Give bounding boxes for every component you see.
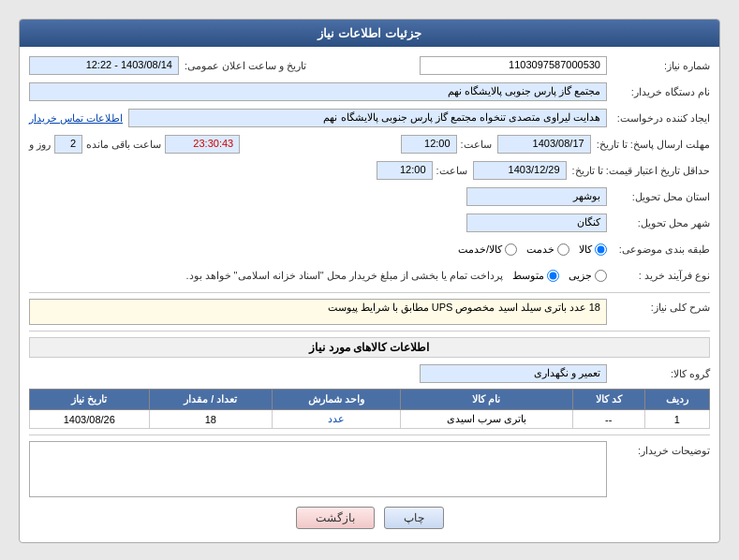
row-goruhe-kala: گروه کالا: تعمیر و نگهداری xyxy=(29,362,710,385)
ostan-value: بوشهر xyxy=(466,187,607,206)
row-mohlat-ersal: مهلت ارسال پاسخ: تا تاریخ: 1403/08/17 سا… xyxy=(29,133,710,155)
cell-nam-kala: باتری سرب اسیدی xyxy=(400,410,572,429)
col-nam-kala: نام کالا xyxy=(400,390,572,410)
no-farayand-radio-group: جزیی متوسط xyxy=(512,270,607,282)
sharh-koli-value: 18 عدد باتری سیلد اسید مخصوص UPS مطابق ب… xyxy=(29,299,607,325)
tabaghe-radio-khedmat[interactable]: خدمت xyxy=(526,243,569,256)
divider-2 xyxy=(29,331,710,332)
ostan-label: استان محل تحویل: xyxy=(607,191,710,203)
tabaghe-radio-group: کالا خدمت کالا/خدمت xyxy=(458,243,607,256)
back-button[interactable]: بازگشت xyxy=(296,507,375,529)
mohlat-baqi: 23:30:43 xyxy=(165,135,240,154)
goruhe-kala-label: گروه کالا: xyxy=(607,368,710,380)
row-shahr: شهر محل تحویل: کنگان xyxy=(29,212,710,234)
table-row: 1 -- باتری سرب اسیدی عدد 18 1403/08/26 xyxy=(30,410,710,429)
shomare-niaz-value: 1103097587000530 xyxy=(420,56,607,75)
print-button[interactable]: چاپ xyxy=(384,507,444,529)
row-ijad-konande: ایجاد کننده درخواست: هدایت لیراوی متصدی … xyxy=(29,107,710,129)
divider-3 xyxy=(29,435,710,435)
shahr-value: کنگان xyxy=(466,214,607,232)
row-nam-dastgah: نام دستگاه خریدار: مجتمع گاز پارس جنوبی … xyxy=(29,81,710,103)
farayand-note: پرداخت تمام یا بخشی از مبلغ خریدار محل "… xyxy=(185,270,503,282)
mohlat-baqi-label: ساعت باقی مانده xyxy=(86,139,161,151)
ijad-konande-value: هدایت لیراوی متصدی تنخواه مجتمع گاز پارس… xyxy=(128,109,607,127)
col-tedad: تعداد / مقدار xyxy=(149,390,272,410)
row-hadaghal: حداقل تاریخ اعتبار قیمت: تا تاریخ: 1403/… xyxy=(29,159,710,182)
etelaat-kala-title: اطلاعات کالاهای مورد نیاز xyxy=(29,337,710,358)
row-tabaghe: طبقه بندی موضوعی: کالا خدمت کالا/خدمت xyxy=(29,238,710,260)
row-sharh-koli: شرح کلی نیاز: 18 عدد باتری سیلد اسید مخص… xyxy=(29,299,710,325)
mohlat-label: مهلت ارسال پاسخ: تا تاریخ: xyxy=(591,139,710,151)
sharh-koli-label: شرح کلی نیاز: xyxy=(607,299,710,314)
tozihaat-label: توضیحات خریدار: xyxy=(607,441,710,457)
items-table: ردیف کد کالا نام کالا واحد شمارش تعداد /… xyxy=(29,389,710,429)
hadaghal-date: 1403/12/29 xyxy=(473,161,567,180)
farayand-radio-jozi[interactable]: جزیی xyxy=(569,270,607,282)
page-title: جزئیات اطلاعات نیاز xyxy=(318,26,421,40)
cell-vahed: عدد xyxy=(273,410,401,429)
hadaghal-saat-label: ساعت: xyxy=(436,165,467,177)
farayand-radio-motevaset[interactable]: متوسط xyxy=(512,270,559,282)
mohlat-saat-label: ساعت: xyxy=(461,139,492,151)
tarikh-label: تاریخ و ساعت اعلان عمومی: xyxy=(179,60,306,72)
mohlat-rooz-label: روز و xyxy=(29,139,51,151)
col-radif: ردیف xyxy=(644,390,709,410)
cell-kod-kala: -- xyxy=(572,410,644,429)
ijad-konande-label: ایجاد کننده درخواست: xyxy=(607,112,710,125)
hadaghal-label: حداقل تاریخ اعتبار قیمت: تا تاریخ: xyxy=(567,165,710,177)
goruhe-kala-value: تعمیر و نگهداری xyxy=(420,364,607,383)
mohlat-rooz: 2 xyxy=(54,135,82,154)
hadaghal-saat: 12:00 xyxy=(377,161,433,180)
mohlat-date: 1403/08/17 xyxy=(497,135,591,154)
row-shomare-tarikh: شماره نیاز: 1103097587000530 تاریخ و ساع… xyxy=(29,54,710,77)
mohlat-saat: 12:00 xyxy=(401,135,457,154)
tozihaat-textarea[interactable] xyxy=(29,441,607,497)
table-header-row: ردیف کد کالا نام کالا واحد شمارش تعداد /… xyxy=(30,390,710,410)
divider-1 xyxy=(29,292,710,293)
shahr-label: شهر محل تحویل: xyxy=(607,217,710,229)
col-kod-kala: کد کالا xyxy=(572,390,644,410)
tabaghe-label: طبقه بندی موضوعی: xyxy=(607,243,710,256)
page-header: جزئیات اطلاعات نیاز xyxy=(20,20,719,47)
col-vahed: واحد شمارش xyxy=(273,390,401,410)
tabaghe-radio-kala[interactable]: کالا xyxy=(579,243,607,256)
cell-tarikh-niaz: 1403/08/26 xyxy=(30,410,150,429)
col-tarikh: تاریخ نیاز xyxy=(30,390,150,410)
cell-tedad: 18 xyxy=(149,410,272,429)
tarikh-value: 1403/08/14 - 12:22 xyxy=(29,56,179,75)
row-no-farayand: نوع فرآیند خرید : جزیی متوسط پرداخت تمام… xyxy=(29,264,710,287)
nam-dastgah-label: نام دستگاه خریدار: xyxy=(607,86,710,98)
row-ostan: استان محل تحویل: بوشهر xyxy=(29,185,710,208)
nam-dastgah-value: مجتمع گاز پارس جنوبی پالایشگاه نهم xyxy=(29,82,607,101)
buttons-row: چاپ بازگشت xyxy=(29,507,710,529)
tabaghe-radio-kala-khedmat[interactable]: کالا/خدمت xyxy=(458,243,517,256)
shomare-niaz-label: شماره نیاز: xyxy=(607,60,710,72)
etelaat-tamas-link[interactable]: اطلاعات تماس خریدار xyxy=(29,112,123,125)
content-area: شماره نیاز: 1103097587000530 تاریخ و ساع… xyxy=(20,47,719,542)
row-tozihaat: توضیحات خریدار: xyxy=(29,441,710,497)
main-container: جزئیات اطلاعات نیاز شماره نیاز: 11030975… xyxy=(19,19,720,543)
cell-radif: 1 xyxy=(644,410,709,429)
no-farayand-label: نوع فرآیند خرید : xyxy=(607,270,710,282)
